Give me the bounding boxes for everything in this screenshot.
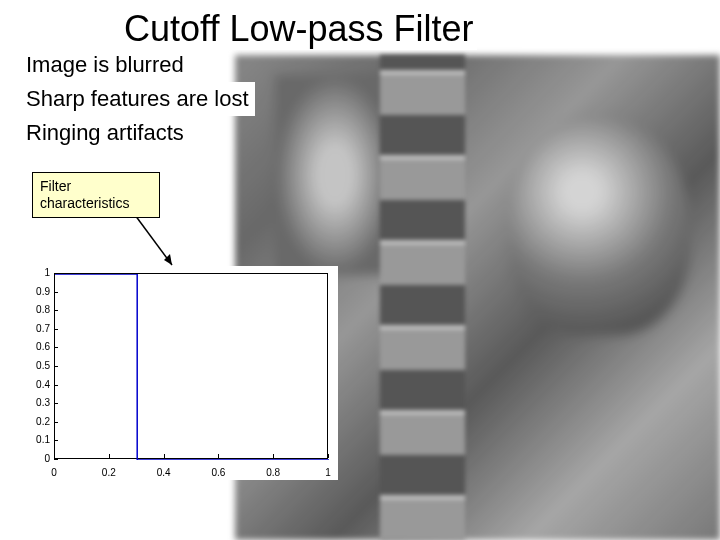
chart-ytick-label: 1	[22, 267, 50, 278]
bullet-list: Image is blurred Sharp features are lost…	[26, 48, 255, 150]
filter-response-chart: 00.10.20.30.40.50.60.70.80.9100.20.40.60…	[18, 266, 338, 480]
svg-line-0	[135, 215, 172, 265]
chart-xtick-label: 0.8	[266, 467, 280, 478]
chart-xtick-label: 0	[51, 467, 57, 478]
chart-line	[55, 274, 329, 460]
bullet-item: Sharp features are lost	[26, 82, 255, 116]
chart-plot-area	[54, 273, 328, 459]
chart-ytick-label: 0.9	[22, 286, 50, 297]
chart-xtick-label: 0.6	[211, 467, 225, 478]
chart-ytick-label: 0	[22, 453, 50, 464]
filter-characteristics-callout: Filter characteristics	[32, 172, 160, 218]
chart-ytick-label: 0.3	[22, 397, 50, 408]
chart-xtick-label: 1	[325, 467, 331, 478]
chart-ytick-label: 0.6	[22, 341, 50, 352]
chart-ytick-label: 0.2	[22, 416, 50, 427]
chart-ytick-label: 0.7	[22, 323, 50, 334]
chart-ytick-label: 0.5	[22, 360, 50, 371]
chart-xtick-label: 0.4	[157, 467, 171, 478]
chart-xtick-label: 0.2	[102, 467, 116, 478]
filtered-photo-stripe	[380, 55, 465, 540]
slide-title: Cutoff Low-pass Filter	[120, 8, 477, 50]
bullet-item: Image is blurred	[26, 48, 190, 82]
chart-ytick-label: 0.1	[22, 434, 50, 445]
bullet-item: Ringing artifacts	[26, 116, 190, 150]
chart-ytick-label: 0.8	[22, 304, 50, 315]
chart-ytick-label: 0.4	[22, 379, 50, 390]
